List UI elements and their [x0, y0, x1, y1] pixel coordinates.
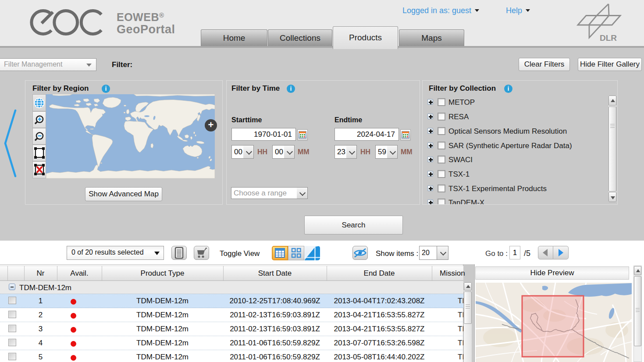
svg-text:DLR: DLR — [600, 33, 617, 42]
